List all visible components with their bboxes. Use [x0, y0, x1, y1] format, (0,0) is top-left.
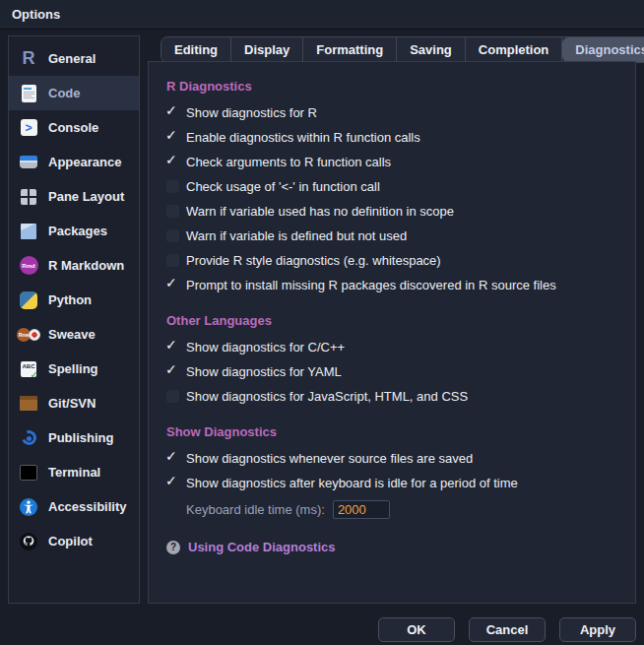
checkbox-row-warn-not-used[interactable]: Warn if variable is defined but not used: [166, 224, 617, 248]
sidebar-item-code[interactable]: Code: [9, 76, 139, 110]
checkbox-row-show-diagnostics-r[interactable]: Show diagnostics for R: [166, 100, 617, 125]
sidebar-item-label: Packages: [48, 224, 107, 238]
tab-editing[interactable]: Editing: [161, 37, 231, 62]
ok-button[interactable]: OK: [378, 617, 455, 642]
sidebar-item-label: Appearance: [48, 155, 121, 169]
sidebar-item-copilot[interactable]: Copilot: [9, 524, 139, 558]
sidebar-item-label: Accessibility: [48, 499, 127, 514]
sidebar-item-r-markdown[interactable]: R Markdown: [9, 248, 139, 283]
checkbox-row-check-arrow-usage[interactable]: Check usage of '<-' in function call: [166, 174, 617, 199]
publishing-icon: [17, 427, 40, 449]
checkbox[interactable]: [166, 365, 179, 378]
sidebar-item-appearance[interactable]: Appearance: [9, 145, 139, 179]
apply-button[interactable]: Apply: [559, 617, 636, 642]
sidebar-item-label: Console: [48, 120, 98, 135]
python-icon: [17, 290, 40, 311]
tab-formatting[interactable]: Formatting: [303, 37, 397, 62]
sidebar-item-terminal[interactable]: Terminal: [9, 455, 139, 489]
checkbox-label: Check usage of '<-' in function call: [186, 179, 380, 194]
checkbox-label: Show diagnostics for JavaScript, HTML, a…: [186, 389, 468, 404]
checkbox[interactable]: [166, 452, 179, 465]
code-options-tabbar: Editing Display Formatting Saving Comple…: [161, 36, 644, 63]
checkbox-row-warn-no-definition[interactable]: Warn if variable used has no definition …: [166, 199, 617, 224]
sidebar-item-sweave[interactable]: Sweave: [9, 317, 139, 352]
checkbox[interactable]: [166, 341, 179, 354]
accessibility-icon: [17, 496, 40, 518]
sidebar-item-general[interactable]: General: [9, 41, 139, 76]
dialog-footer: OK Cancel Apply: [378, 617, 636, 642]
tab-diagnostics[interactable]: Diagnostics: [562, 37, 644, 62]
checkbox[interactable]: [166, 279, 179, 291]
spelling-check-icon: [17, 358, 40, 380]
checkbox[interactable]: [166, 254, 179, 267]
sidebar-item-publishing[interactable]: Publishing: [9, 420, 139, 455]
section-title-other-languages: Other Languages: [166, 313, 617, 328]
sidebar-item-pane-layout[interactable]: Pane Layout: [9, 179, 139, 214]
sidebar-item-label: Pane Layout: [48, 189, 124, 204]
package-cube-icon: [17, 221, 40, 242]
sidebar-item-accessibility[interactable]: Accessibility: [9, 489, 139, 524]
checkbox[interactable]: [166, 390, 179, 403]
sweave-icon: [17, 324, 40, 346]
checkbox-label: Warn if variable used has no definition …: [186, 204, 454, 219]
tab-saving[interactable]: Saving: [397, 37, 466, 62]
help-icon: ?: [166, 541, 180, 554]
section-title-r-diagnostics: R Diagnostics: [166, 79, 617, 94]
checkbox[interactable]: [166, 106, 179, 119]
checkbox-row-diagnostics-cpp[interactable]: Show diagnostics for C/C++: [166, 335, 617, 359]
sidebar-item-label: Copilot: [48, 534, 93, 548]
sidebar-item-label: Python: [48, 292, 92, 307]
sidebar-item-label: Code: [48, 86, 81, 100]
dialog-titlebar: Options: [0, 0, 644, 30]
sidebar-item-git-svn[interactable]: Git/SVN: [9, 386, 139, 420]
keyboard-idle-time-label: Keyboard idle time (ms):: [186, 502, 325, 517]
help-link-row[interactable]: ? Using Code Diagnostics: [166, 540, 617, 554]
sidebar-item-label: R Markdown: [48, 258, 124, 273]
rmarkdown-icon: [17, 255, 40, 277]
console-icon: [17, 117, 40, 139]
section-title-show-diagnostics: Show Diagnostics: [166, 424, 617, 439]
checkbox-row-diagnostics-yaml[interactable]: Show diagnostics for YAML: [166, 359, 617, 384]
using-code-diagnostics-link[interactable]: Using Code Diagnostics: [188, 540, 336, 554]
checkbox[interactable]: [166, 131, 179, 144]
checkbox[interactable]: [166, 156, 179, 168]
dialog-title: Options: [12, 7, 60, 22]
pane-grid-icon: [17, 186, 40, 208]
sidebar-item-packages[interactable]: Packages: [9, 214, 139, 248]
sidebar-item-python[interactable]: Python: [9, 283, 139, 317]
checkbox-row-enable-function-calls[interactable]: Enable diagnostics within R function cal…: [166, 125, 617, 150]
cancel-button[interactable]: Cancel: [469, 617, 546, 642]
sidebar-item-label: Terminal: [48, 465, 100, 480]
sidebar-item-label: Spelling: [48, 361, 98, 376]
sidebar-item-label: Publishing: [48, 430, 113, 445]
checkbox-row-diagnostics-web[interactable]: Show diagnostics for JavaScript, HTML, a…: [166, 384, 617, 409]
checkbox-row-prompt-install-packages[interactable]: Prompt to install missing R packages dis…: [166, 273, 617, 297]
checkbox-row-on-save[interactable]: Show diagnostics whenever source files a…: [166, 446, 617, 471]
checkbox[interactable]: [166, 477, 179, 489]
checkbox-label: Prompt to install missing R packages dis…: [186, 278, 556, 292]
checkbox-row-on-idle[interactable]: Show diagnostics after keyboard is idle …: [166, 471, 617, 495]
checkbox-label: Show diagnostics for YAML: [186, 364, 342, 379]
tab-display[interactable]: Display: [231, 37, 303, 62]
checkbox-row-check-arguments[interactable]: Check arguments to R function calls: [166, 150, 617, 174]
checkbox[interactable]: [166, 205, 179, 218]
copilot-icon: [17, 531, 40, 552]
code-file-icon: [17, 83, 40, 104]
keyboard-idle-time-input[interactable]: [333, 500, 390, 519]
options-sidebar: General Code Console Appearance Pane Lay…: [8, 35, 140, 604]
r-logo-icon: [17, 48, 40, 70]
sidebar-item-spelling[interactable]: Spelling: [9, 352, 139, 386]
checkbox[interactable]: [166, 229, 179, 242]
terminal-icon: [17, 462, 40, 484]
checkbox-label: Show diagnostics for R: [186, 105, 317, 120]
checkbox-row-style-diagnostics[interactable]: Provide R style diagnostics (e.g. whites…: [166, 248, 617, 273]
checkbox-label: Show diagnostics after keyboard is idle …: [186, 476, 518, 490]
sidebar-item-label: Git/SVN: [48, 396, 96, 411]
checkbox-label: Warn if variable is defined but not used: [186, 228, 407, 243]
tab-completion[interactable]: Completion: [466, 37, 563, 62]
git-box-icon: [17, 393, 40, 415]
checkbox[interactable]: [166, 180, 179, 193]
sidebar-item-console[interactable]: Console: [9, 110, 139, 145]
keyboard-idle-time-row: Keyboard idle time (ms):: [186, 497, 617, 522]
checkbox-label: Enable diagnostics within R function cal…: [186, 130, 420, 145]
